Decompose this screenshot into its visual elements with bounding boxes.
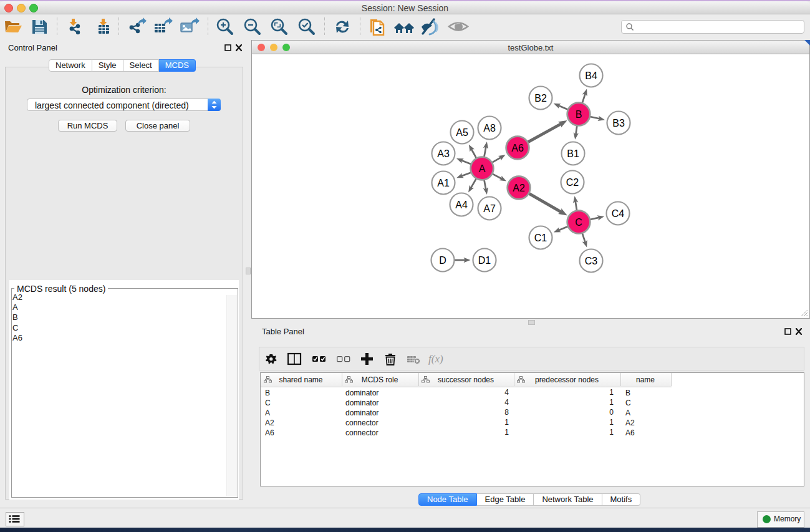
svg-text:D1: D1 (478, 255, 491, 266)
svg-text:D: D (439, 255, 446, 266)
svg-text:B2: B2 (534, 93, 547, 104)
svg-text:A1: A1 (437, 178, 450, 188)
svg-text:C: C (575, 217, 582, 228)
svg-text:B3: B3 (612, 118, 625, 128)
svg-text:f(x): f(x) (428, 353, 443, 365)
svg-text:A7: A7 (483, 203, 496, 214)
svg-text:A4: A4 (455, 200, 468, 210)
svg-text:C4: C4 (612, 208, 625, 219)
svg-text:C1: C1 (534, 233, 547, 243)
svg-text:A: A (479, 163, 486, 174)
svg-text:A6: A6 (511, 143, 524, 153)
svg-text:B1: B1 (567, 148, 579, 159)
svg-text:C2: C2 (566, 177, 579, 188)
svg-text:A5: A5 (456, 127, 468, 138)
svg-text:C3: C3 (585, 256, 598, 266)
svg-text:A2: A2 (513, 183, 525, 193)
svg-text:B: B (576, 109, 582, 120)
svg-text:A3: A3 (437, 148, 450, 159)
svg-text:B4: B4 (585, 70, 597, 81)
svg-text:A8: A8 (483, 123, 496, 133)
